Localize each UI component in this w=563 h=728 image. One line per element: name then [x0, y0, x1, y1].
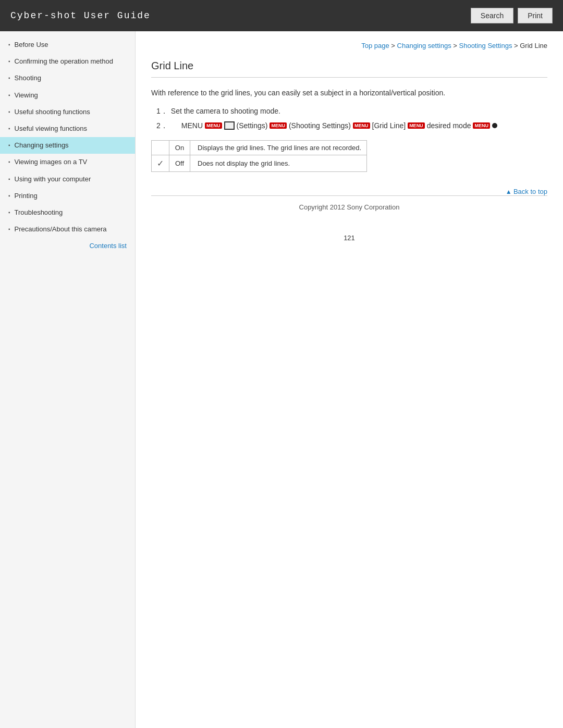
- back-to-top-label: Back to top: [513, 188, 547, 195]
- breadcrumb-sep1: >: [391, 42, 397, 50]
- page-title: Grid Line: [151, 60, 547, 78]
- sidebar-item-11[interactable]: ▪Precautions/About this camera: [0, 221, 135, 238]
- sidebar-item-7[interactable]: ▪Viewing images on a TV: [0, 154, 135, 170]
- main-content: Top page > Changing settings > Shooting …: [136, 31, 563, 728]
- desired-mode-label: desired mode: [427, 121, 471, 130]
- menu-badge-1: MENU: [205, 122, 222, 129]
- options-icon-cell-0: [152, 141, 169, 155]
- layout: ▪Before Use▪Confirming the operation met…: [0, 31, 563, 728]
- sidebar-label-5: Useful viewing functions: [15, 124, 129, 133]
- search-button[interactable]: Search: [471, 8, 513, 23]
- header: Cyber-shot User Guide Search Print: [0, 0, 563, 31]
- settings-icon: [224, 121, 235, 130]
- sidebar-bullet-9: ▪: [8, 192, 10, 200]
- sidebar-item-2[interactable]: ▪Shooting: [0, 70, 135, 87]
- sidebar-bullet-8: ▪: [8, 176, 10, 183]
- sidebar-bullet-3: ▪: [8, 92, 10, 99]
- steps-list: 1． Set the camera to shooting mode. 2． M…: [151, 107, 547, 131]
- sidebar-bullet-7: ▪: [8, 158, 10, 166]
- back-to-top-link[interactable]: ▲ Back to top: [506, 188, 547, 195]
- step-2: 2． MENU MENU (Settings) MENU (Shooting S…: [156, 121, 547, 131]
- options-row-0: On Displays the grid lines. The grid lin…: [152, 141, 367, 155]
- breadcrumb-changing-settings[interactable]: Changing settings: [397, 42, 451, 50]
- sidebar-label-1: Confirming the operation method: [15, 57, 129, 66]
- menu-badge-3: MENU: [353, 122, 370, 129]
- contents-list-link[interactable]: Contents list: [0, 238, 135, 254]
- breadcrumb-current: Grid Line: [520, 42, 547, 50]
- options-desc-cell-0: Displays the grid lines. The grid lines …: [190, 141, 367, 155]
- sidebar-bullet-5: ▪: [8, 125, 10, 132]
- options-row-1: ✓ Off Does not display the grid lines.: [152, 155, 367, 172]
- options-label-cell-1: Off: [169, 155, 190, 172]
- menu-badge-4: MENU: [408, 122, 425, 129]
- footer: Copyright 2012 Sony Corporation: [151, 195, 547, 218]
- checkmark-icon-1: ✓: [157, 159, 164, 168]
- back-to-top: ▲ Back to top: [151, 188, 547, 195]
- sidebar-label-10: Troubleshooting: [15, 208, 129, 217]
- breadcrumb-shooting-settings[interactable]: Shooting Settings: [459, 42, 512, 50]
- sidebar-bullet-10: ▪: [8, 209, 10, 216]
- app-title: Cyber-shot User Guide: [10, 10, 151, 21]
- sidebar-bullet-6: ▪: [8, 142, 10, 149]
- back-to-top-icon: ▲: [506, 188, 513, 195]
- content-description: With reference to the grid lines, you ca…: [151, 87, 547, 98]
- step-1-number: 1．: [156, 107, 168, 116]
- sidebar-label-7: Viewing images on a TV: [15, 157, 129, 167]
- dot-icon: [492, 123, 497, 128]
- page-number: 121: [151, 234, 547, 242]
- breadcrumb-sep2: >: [453, 42, 459, 50]
- options-table: On Displays the grid lines. The grid lin…: [151, 140, 367, 172]
- sidebar-item-4[interactable]: ▪Useful shooting functions: [0, 104, 135, 120]
- breadcrumb-sep3: >: [514, 42, 520, 50]
- copyright-text: Copyright 2012 Sony Corporation: [299, 203, 400, 211]
- sidebar-item-1[interactable]: ▪Confirming the operation method: [0, 53, 135, 70]
- step-1-text: Set the camera to shooting mode.: [171, 107, 280, 115]
- sidebar-item-3[interactable]: ▪Viewing: [0, 87, 135, 104]
- sidebar-label-9: Printing: [15, 191, 129, 201]
- sidebar-label-6: Changing settings: [15, 141, 129, 150]
- options-label-cell-0: On: [169, 141, 190, 155]
- sidebar-label-3: Viewing: [15, 91, 129, 100]
- header-actions: Search Print: [471, 8, 553, 23]
- sidebar-label-4: Useful shooting functions: [15, 107, 129, 117]
- menu-badge-5: MENU: [473, 122, 490, 129]
- grid-line-label: [Grid Line]: [372, 121, 406, 130]
- sidebar-item-8[interactable]: ▪Using with your computer: [0, 171, 135, 188]
- step-2-menu-row: MENU MENU (Settings) MENU (Shooting Sett…: [181, 121, 497, 130]
- sidebar-label-0: Before Use: [15, 40, 129, 50]
- sidebar: ▪Before Use▪Confirming the operation met…: [0, 31, 136, 728]
- settings-label: (Settings): [237, 121, 268, 130]
- sidebar-item-9[interactable]: ▪Printing: [0, 188, 135, 204]
- sidebar-bullet-4: ▪: [8, 108, 10, 116]
- breadcrumb: Top page > Changing settings > Shooting …: [151, 42, 547, 50]
- sidebar-bullet-2: ▪: [8, 75, 10, 82]
- step-2-number: 2．: [156, 121, 168, 131]
- menu-label: MENU: [181, 121, 203, 130]
- print-button[interactable]: Print: [518, 8, 553, 23]
- sidebar-bullet-11: ▪: [8, 226, 10, 233]
- sidebar-item-10[interactable]: ▪Troubleshooting: [0, 204, 135, 221]
- menu-badge-2: MENU: [270, 122, 287, 129]
- options-icon-cell-1: ✓: [152, 155, 169, 172]
- step-1: 1． Set the camera to shooting mode.: [156, 107, 547, 116]
- sidebar-label-8: Using with your computer: [15, 175, 129, 184]
- sidebar-item-5[interactable]: ▪Useful viewing functions: [0, 120, 135, 137]
- breadcrumb-top-page[interactable]: Top page: [361, 42, 389, 50]
- sidebar-item-0[interactable]: ▪Before Use: [0, 36, 135, 53]
- options-desc-cell-1: Does not display the grid lines.: [190, 155, 367, 172]
- sidebar-item-6[interactable]: ▪Changing settings: [0, 137, 135, 154]
- sidebar-bullet-0: ▪: [8, 41, 10, 48]
- sidebar-label-11: Precautions/About this camera: [15, 225, 129, 234]
- shooting-settings-label: (Shooting Settings): [289, 121, 351, 130]
- sidebar-bullet-1: ▪: [8, 58, 10, 65]
- sidebar-label-2: Shooting: [15, 73, 129, 83]
